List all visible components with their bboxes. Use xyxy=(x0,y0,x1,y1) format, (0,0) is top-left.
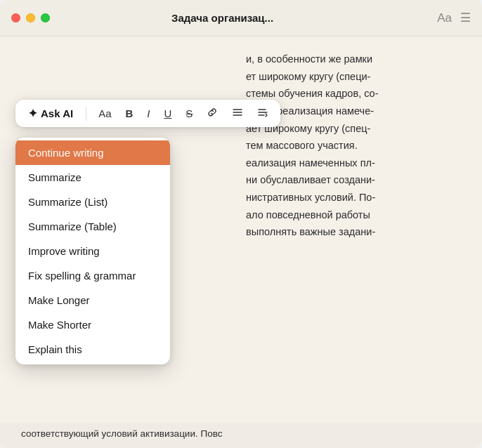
title-bar: Задача организац... Aa ☰ xyxy=(0,0,482,37)
menu-item-summarize-list[interactable]: Summarize (List) xyxy=(15,190,170,214)
more-options-button[interactable] xyxy=(255,105,271,121)
ask-ai-button[interactable]: ✦ Ask AI xyxy=(25,105,76,121)
window-controls: Aa ☰ xyxy=(437,11,471,25)
ask-ai-label: Ask AI xyxy=(41,107,73,119)
ai-dropdown-menu: Continue writing Summarize Summarize (Li… xyxy=(15,138,170,364)
underline-button[interactable]: U xyxy=(162,106,174,121)
menu-item-summarize[interactable]: Summarize xyxy=(15,165,170,190)
toolbar-divider-1 xyxy=(86,107,86,121)
font-icon[interactable]: Aa xyxy=(437,11,452,25)
font-size-button[interactable]: Aa xyxy=(96,106,113,121)
window-title: Задача организац... xyxy=(8,12,437,24)
bold-button[interactable]: B xyxy=(124,106,136,121)
menu-item-fix-spelling[interactable]: Fix spelling & grammar xyxy=(15,263,170,288)
strikethrough-button[interactable]: S xyxy=(183,106,195,121)
menu-item-explain[interactable]: Explain this xyxy=(15,337,170,362)
bottom-text: соответствующий условий активизации. Пов… xyxy=(0,423,482,448)
align-button[interactable] xyxy=(230,105,245,121)
menu-item-summarize-table[interactable]: Summarize (Table) xyxy=(15,214,170,239)
menu-item-make-shorter[interactable]: Make Shorter xyxy=(15,312,170,337)
formatting-toolbar: ✦ Ask AI Aa B I U S xyxy=(15,100,280,127)
menu-item-make-longer[interactable]: Make Longer xyxy=(15,288,170,312)
italic-button[interactable]: I xyxy=(145,106,152,121)
doc-text: и, в особенности же рамки ет широкому кр… xyxy=(246,51,461,241)
menu-item-improve-writing[interactable]: Improve writing xyxy=(15,239,170,263)
menu-item-continue-writing[interactable]: Continue writing xyxy=(15,140,170,165)
list-icon[interactable]: ☰ xyxy=(460,11,471,25)
sparkle-icon: ✦ xyxy=(28,107,37,120)
link-button[interactable] xyxy=(204,105,220,121)
